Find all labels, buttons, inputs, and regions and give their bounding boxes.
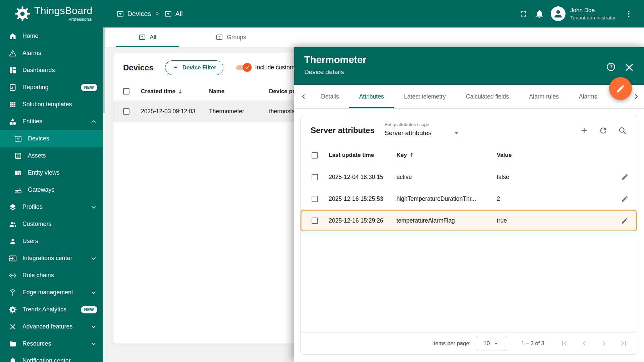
- sidebar-item-users[interactable]: Users: [0, 233, 103, 250]
- sidebar-item-assets[interactable]: Assets: [0, 147, 103, 164]
- sidebar-item-gateways[interactable]: Gateways: [0, 181, 103, 198]
- sidebar-item-entities[interactable]: Entities: [0, 113, 103, 130]
- breadcrumb-all[interactable]: All: [164, 10, 182, 18]
- avatar[interactable]: [551, 6, 566, 21]
- add-attribute-button[interactable]: [580, 126, 589, 135]
- attributes-actions: [580, 126, 627, 135]
- sidebar-item-customers[interactable]: Customers: [0, 216, 103, 233]
- chevron-down-icon: [90, 255, 97, 262]
- row-checkbox[interactable]: [312, 174, 318, 180]
- breadcrumb-devices-label: Devices: [127, 10, 151, 18]
- column-name[interactable]: Name: [209, 88, 269, 95]
- sidebar-item-reporting[interactable]: ReportingNEW: [0, 79, 103, 96]
- sidebar-item-label: Assets: [28, 152, 46, 159]
- tabs-scroll-left-button[interactable]: [296, 85, 311, 108]
- select-all-checkbox[interactable]: [123, 88, 129, 95]
- edit-attribute-icon[interactable]: [621, 173, 629, 181]
- top-header: ThingsBoard Professional Devices > All J…: [0, 0, 644, 27]
- column-created-time[interactable]: Created time ↓: [141, 88, 209, 95]
- toggle-switch[interactable]: [236, 65, 251, 70]
- edit-attribute-icon[interactable]: [621, 217, 629, 225]
- sidebar-menu: HomeAlarmsDashboardsReportingNEWSolution…: [0, 27, 103, 362]
- attributes-scope-select[interactable]: Entity attributes scope Server attribute…: [385, 122, 461, 139]
- attribute-row[interactable]: 2025-12-16 15:25:53highTemperatureDurati…: [301, 188, 637, 210]
- last-page-button[interactable]: [619, 339, 628, 348]
- panel-tab-alarm-rules[interactable]: Alarm rules: [519, 85, 569, 108]
- column-value[interactable]: Value: [497, 152, 612, 159]
- sidebar-item-trendz-analytics[interactable]: Trendz AnalyticsNEW: [0, 301, 103, 318]
- user-info[interactable]: John Doe Tenant administrator: [570, 7, 616, 20]
- tab-all[interactable]: All: [106, 27, 189, 47]
- items-per-page-select[interactable]: 10: [476, 336, 507, 351]
- panel-tab-details[interactable]: Details: [311, 85, 349, 108]
- tab-groups[interactable]: Groups: [189, 27, 273, 47]
- breadcrumb-devices[interactable]: Devices: [116, 10, 151, 18]
- previous-page-button[interactable]: [580, 339, 589, 348]
- sidebar-item-entity-views[interactable]: Entity views: [0, 164, 103, 181]
- refresh-button[interactable]: [599, 126, 608, 135]
- sidebar-item-label: Customers: [22, 221, 51, 228]
- dashboards-icon: [9, 66, 17, 74]
- sidebar-item-label: Resources: [22, 340, 51, 347]
- sidebar-item-label: Profiles: [22, 203, 43, 210]
- attribute-row[interactable]: 2025-12-04 18:30:15activefalse: [301, 166, 637, 188]
- sidebar-item-resources[interactable]: Resources: [0, 335, 103, 352]
- sidebar-item-label: Trendz Analytics: [22, 306, 66, 313]
- sidebar-item-rule-chains[interactable]: Rule chains: [0, 267, 103, 284]
- sidebar-item-devices[interactable]: Devices: [0, 130, 103, 147]
- sort-desc-icon: ↓: [178, 88, 182, 95]
- panel-header-actions: ×: [606, 62, 635, 72]
- column-created-label: Created time: [141, 88, 175, 95]
- sidebar-item-solution-templates[interactable]: Solution templates: [0, 96, 103, 113]
- solution-templates-icon: [9, 101, 17, 109]
- sidebar-item-label: Rule chains: [22, 272, 54, 279]
- panel-tab-attributes[interactable]: Attributes: [349, 85, 394, 108]
- column-last-update-time[interactable]: Last update time: [329, 152, 396, 159]
- help-button[interactable]: [606, 62, 616, 72]
- notifications-button[interactable]: [531, 6, 547, 22]
- sidebar-item-edge-management[interactable]: Edge management: [0, 284, 103, 301]
- search-button[interactable]: [618, 126, 627, 135]
- rule-chains-icon: [9, 272, 17, 280]
- sidebar-item-advanced-features[interactable]: Advanced features: [0, 318, 103, 335]
- panel-tab-latest-telemetry[interactable]: Latest telemetry: [394, 85, 456, 108]
- table-empty-space: [301, 232, 637, 332]
- attribute-row[interactable]: 2025-12-16 15:29:26temperatureAlarmFlagt…: [301, 210, 637, 232]
- help-icon: [606, 62, 616, 72]
- close-panel-button[interactable]: ×: [624, 62, 635, 72]
- edit-device-fab[interactable]: [609, 77, 632, 100]
- sidebar-item-profiles[interactable]: Profiles: [0, 198, 103, 216]
- next-page-button[interactable]: [599, 339, 608, 348]
- panel-header: Thermometer Device details ×: [294, 47, 644, 85]
- first-page-button[interactable]: [560, 339, 569, 348]
- fullscreen-button[interactable]: [515, 6, 531, 22]
- scope-select-value: Server attributes: [385, 129, 431, 137]
- sidebar-scrollbar[interactable]: [103, 27, 106, 362]
- sidebar-item-alarms[interactable]: Alarms: [0, 45, 103, 62]
- column-key[interactable]: Key ↑: [396, 152, 497, 159]
- row-checkbox[interactable]: [123, 108, 129, 115]
- header-menu-button[interactable]: [621, 6, 637, 22]
- panel-tab-calculated-fields[interactable]: Calculated fields: [456, 85, 519, 108]
- device-created-time: 2025-12-03 09:12:03: [141, 108, 209, 115]
- sidebar-item-home[interactable]: Home: [0, 27, 103, 45]
- row-checkbox[interactable]: [312, 196, 318, 202]
- profiles-icon: [9, 203, 17, 211]
- thingsboard-logo[interactable]: ThingsBoard Professional: [15, 6, 92, 22]
- device-filter-button[interactable]: Device Filter: [165, 60, 223, 75]
- attr-update-time: 2025-12-04 18:30:15: [329, 174, 396, 181]
- assets-icon: [14, 152, 22, 160]
- user-name: John Doe: [570, 7, 616, 14]
- sidebar-item-dashboards[interactable]: Dashboards: [0, 62, 103, 79]
- sidebar-item-integrations-center[interactable]: Integrations center: [0, 250, 103, 267]
- gateways-icon: [14, 186, 22, 194]
- dropdown-caret-icon: [452, 129, 461, 137]
- notification-center-icon: [9, 357, 17, 362]
- panel-tab-alarms[interactable]: Alarms: [569, 85, 607, 108]
- edit-attribute-icon[interactable]: [621, 195, 629, 203]
- row-checkbox[interactable]: [312, 218, 318, 224]
- scrollbar-thumb[interactable]: [103, 27, 105, 113]
- select-all-checkbox[interactable]: [312, 152, 318, 159]
- devices-icon: [164, 10, 172, 18]
- sidebar-item-notification-center[interactable]: Notification center: [0, 352, 103, 362]
